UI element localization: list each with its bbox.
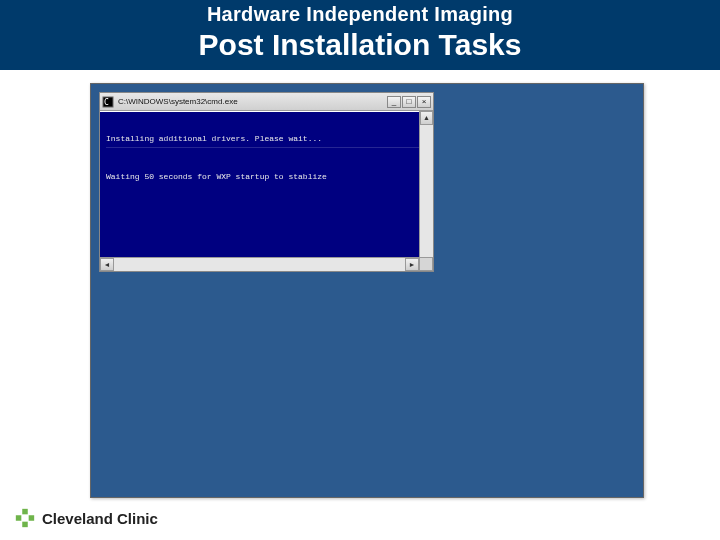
scroll-track-h[interactable] [114, 258, 405, 271]
scrollbar-corner [419, 257, 433, 271]
slide: Hardware Independent Imaging Post Instal… [0, 0, 720, 540]
cmd-titlebar[interactable]: C C:\WINDOWS\system32\cmd.exe _ □ × [100, 93, 433, 111]
cleveland-clinic-icon [14, 507, 36, 529]
scroll-left-icon[interactable]: ◄ [100, 258, 114, 271]
title-block: Hardware Independent Imaging Post Instal… [0, 0, 720, 70]
scroll-up-icon[interactable]: ▲ [420, 111, 433, 125]
svg-text:C: C [104, 98, 109, 107]
title-preheader: Hardware Independent Imaging [0, 3, 720, 26]
cmd-icon: C [102, 96, 114, 108]
scroll-right-icon[interactable]: ► [405, 258, 419, 271]
title-main: Post Installation Tasks [0, 28, 720, 62]
scroll-track-v[interactable] [420, 125, 433, 257]
minimize-button[interactable]: _ [387, 96, 401, 108]
cmd-line-2: Waiting 50 seconds for WXP startup to st… [106, 172, 419, 181]
cmd-line-1: Installing additional drivers. Please wa… [106, 134, 419, 148]
cmd-window: C C:\WINDOWS\system32\cmd.exe _ □ × Inst… [99, 92, 434, 272]
svg-rect-4 [29, 515, 34, 521]
cmd-body: Installing additional drivers. Please wa… [100, 111, 433, 271]
maximize-button[interactable]: □ [402, 96, 416, 108]
scrollbar-horizontal[interactable]: ◄ ► [100, 257, 419, 271]
window-controls: _ □ × [387, 96, 431, 108]
close-button[interactable]: × [417, 96, 431, 108]
svg-rect-2 [16, 515, 22, 521]
brand-logo: Cleveland Clinic [14, 507, 158, 529]
brand-text: Cleveland Clinic [42, 510, 158, 527]
cmd-output: Installing additional drivers. Please wa… [106, 116, 419, 257]
desktop-screenshot: C C:\WINDOWS\system32\cmd.exe _ □ × Inst… [90, 83, 644, 498]
svg-rect-5 [22, 522, 28, 528]
scrollbar-vertical[interactable]: ▲ ▼ [419, 111, 433, 271]
cmd-title-text: C:\WINDOWS\system32\cmd.exe [118, 97, 387, 106]
svg-rect-3 [22, 509, 28, 514]
